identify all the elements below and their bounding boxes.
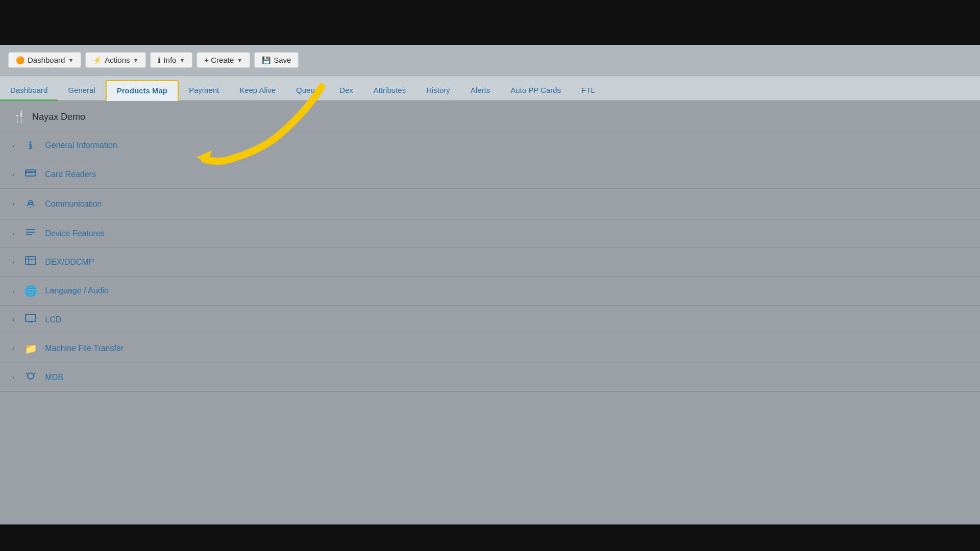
tab-history[interactable]: History xyxy=(416,81,460,101)
info-icon: ℹ xyxy=(158,56,160,64)
chevron-right-icon: › xyxy=(12,345,14,353)
svg-point-13 xyxy=(28,373,34,379)
section-label-device-features: Device Features xyxy=(45,229,105,238)
section-label-general-information: General Information xyxy=(45,141,117,150)
toolbar: 🟠 Dashboard ▼ ⚡ Actions ▼ ℹ Info ▼ + Cre… xyxy=(0,45,980,76)
device-name: Nayax Demo xyxy=(32,112,85,122)
section-device-features[interactable]: › Device Features xyxy=(0,219,980,248)
chevron-right-icon: › xyxy=(12,170,14,178)
chevron-right-icon: › xyxy=(12,316,14,323)
section-label-language-audio: Language / Audio xyxy=(45,286,109,295)
actions-icon: ⚡ xyxy=(93,56,102,64)
communication-section-icon xyxy=(23,197,38,211)
section-label-dex-ddcmp: DEX/DDCMP xyxy=(45,258,94,267)
tab-keep-alive[interactable]: Keep Alive xyxy=(229,81,286,101)
actions-chevron-icon: ▼ xyxy=(133,57,138,63)
actions-label: Actions xyxy=(105,56,130,64)
info-chevron-icon: ▼ xyxy=(179,57,185,63)
chevron-right-icon: › xyxy=(12,373,14,381)
chevron-right-icon: › xyxy=(12,287,14,295)
save-button[interactable]: 💾 Save xyxy=(254,52,299,68)
section-language-audio[interactable]: › 🌐 Language / Audio xyxy=(0,277,980,306)
dex-section-icon xyxy=(23,256,38,268)
language-section-icon: 🌐 xyxy=(23,285,38,297)
svg-rect-1 xyxy=(26,171,36,173)
top-black-bar xyxy=(0,0,980,45)
tab-auto-pp-cards[interactable]: Auto PP Cards xyxy=(500,81,571,101)
section-label-card-readers: Card Readers xyxy=(45,170,96,179)
tab-dashboard[interactable]: Dashboard xyxy=(0,81,58,101)
chevron-right-icon: › xyxy=(12,200,14,208)
tab-products-map[interactable]: Products Map xyxy=(106,80,179,101)
section-card-readers[interactable]: › Card Readers xyxy=(0,160,980,189)
save-icon: 💾 xyxy=(262,56,271,64)
section-label-machine-file-transfer: Machine File Transfer xyxy=(45,344,124,353)
svg-line-15 xyxy=(34,373,35,374)
section-communication[interactable]: › Communication xyxy=(0,189,980,219)
create-label: + Create xyxy=(204,56,234,64)
section-lcd[interactable]: › LCD xyxy=(0,306,980,334)
tab-general[interactable]: General xyxy=(58,81,105,101)
tabs-bar: Dashboard General Products Map Payment K… xyxy=(0,76,980,101)
section-label-mdb: MDB xyxy=(45,373,63,382)
main-content: 🍴 Nayax Demo › ℹ General Information › C… xyxy=(0,101,980,551)
tab-alerts[interactable]: Alerts xyxy=(460,81,500,101)
section-label-lcd: LCD xyxy=(45,315,61,324)
chevron-right-icon: › xyxy=(12,142,14,149)
save-label: Save xyxy=(274,56,291,64)
section-machine-file-transfer[interactable]: › 📁 Machine File Transfer xyxy=(0,334,980,363)
card-readers-section-icon xyxy=(23,168,38,180)
create-button[interactable]: + Create ▼ xyxy=(197,52,250,68)
dashboard-icon: 🟠 xyxy=(16,56,24,64)
chevron-right-icon: › xyxy=(12,230,14,237)
section-label-communication: Communication xyxy=(45,199,102,209)
section-general-information[interactable]: › ℹ General Information xyxy=(0,131,980,160)
info-label: Info xyxy=(163,56,176,64)
dashboard-chevron-icon: ▼ xyxy=(68,57,74,63)
tab-queue[interactable]: Queue xyxy=(286,81,329,101)
chevron-right-icon: › xyxy=(12,258,14,266)
info-button[interactable]: ℹ Info ▼ xyxy=(150,52,192,68)
section-mdb[interactable]: › MDB xyxy=(0,363,980,392)
mdb-section-icon xyxy=(23,371,38,383)
tab-dex[interactable]: Dex xyxy=(329,81,363,101)
svg-rect-11 xyxy=(26,314,36,321)
actions-button[interactable]: ⚡ Actions ▼ xyxy=(85,52,146,68)
info-section-icon: ℹ xyxy=(23,139,38,152)
tab-ftl[interactable]: FTL xyxy=(571,81,605,101)
section-dex-ddcmp[interactable]: › DEX/DDCMP xyxy=(0,248,980,277)
tab-attributes[interactable]: Attributes xyxy=(363,81,416,101)
file-transfer-section-icon: 📁 xyxy=(23,342,38,355)
lcd-section-icon xyxy=(23,314,38,325)
svg-line-14 xyxy=(26,373,28,374)
tab-payment[interactable]: Payment xyxy=(179,81,229,101)
device-features-section-icon xyxy=(23,228,38,239)
create-chevron-icon: ▼ xyxy=(237,57,242,63)
device-header: 🍴 Nayax Demo xyxy=(0,101,980,131)
dashboard-button[interactable]: 🟠 Dashboard ▼ xyxy=(8,52,81,68)
utensils-icon: 🍴 xyxy=(12,110,26,123)
bottom-black-bar xyxy=(0,524,980,551)
svg-rect-8 xyxy=(26,257,36,265)
dashboard-label: Dashboard xyxy=(28,56,65,64)
